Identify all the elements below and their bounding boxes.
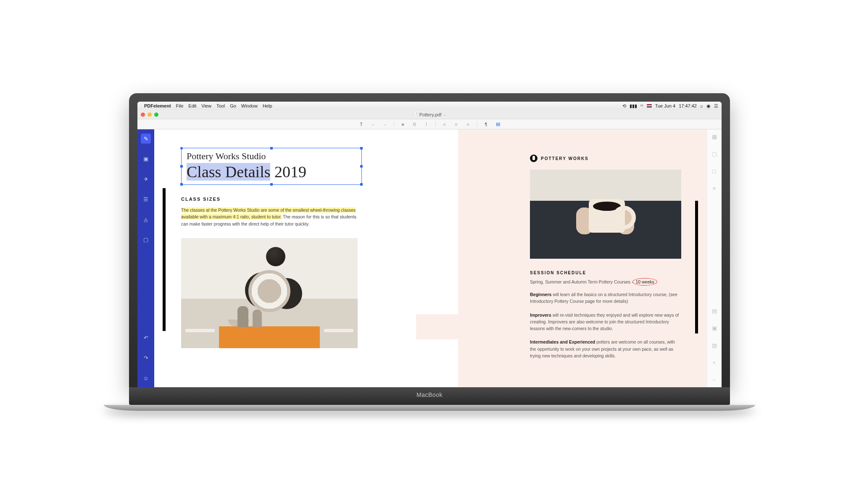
watermark-tool-icon[interactable]: ▢ [141, 234, 151, 244]
close-window-button[interactable] [141, 113, 145, 117]
undo-icon[interactable]: ↶ [141, 333, 151, 343]
wifi-icon[interactable]: ⌔ [640, 103, 643, 108]
input-source-flag-icon[interactable] [647, 104, 652, 108]
text-tool-icon[interactable]: T [358, 122, 364, 127]
session-schedule-block: SESSION SCHEDULE Spring, Summer and Autu… [530, 270, 681, 359]
window-controls [137, 113, 158, 117]
edit-tool-icon[interactable]: ✎ [141, 134, 151, 144]
mug-photo [530, 170, 681, 259]
menubar-time[interactable]: 17:47:42 [679, 103, 697, 108]
bold-button[interactable]: B [412, 122, 418, 127]
macos-menubar[interactable]: PDFelement File Edit View Tool Go Window… [137, 102, 722, 110]
redo-icon[interactable]: ↷ [141, 353, 151, 363]
italic-button[interactable]: I [424, 122, 430, 127]
screen-bezel: PDFelement File Edit View Tool Go Window… [129, 93, 730, 387]
align-center-button[interactable]: ≡ [453, 122, 459, 127]
window-titlebar: 📄 Pottery.pdf ⌄ [137, 110, 722, 119]
link-tool-icon[interactable]: ✈ [141, 174, 151, 184]
decorative-bar-left [163, 188, 166, 331]
screen: PDFelement File Edit View Tool Go Window… [137, 102, 722, 387]
align-left-button[interactable]: ≡ [442, 122, 448, 127]
level-improvers: Improvers will re-visit techniques they … [530, 312, 681, 332]
resize-handle[interactable] [360, 183, 363, 186]
battery-icon[interactable]: ▮▮▮ [630, 103, 637, 109]
left-toolbar: ✎ ▣ ✈ ☰ ◬ ▢ ↶ ↷ ☺ [137, 129, 154, 387]
level-label: Beginners [530, 292, 551, 297]
paragraph-mode-button[interactable]: ¶ [483, 122, 489, 127]
zoom-out-icon[interactable]: − [713, 377, 716, 383]
resize-handle[interactable] [180, 147, 183, 150]
brand-header: POTTERY WORKS [530, 155, 681, 162]
align-right-button[interactable]: ≡ [465, 122, 471, 127]
resize-handle[interactable] [270, 183, 273, 186]
form-tool-icon[interactable]: ☰ [141, 194, 151, 204]
siri-icon[interactable]: ◉ [706, 103, 711, 109]
title-text[interactable]: Class Details 2019 [187, 163, 356, 181]
photo-detail [324, 329, 353, 332]
line-mode-button[interactable]: ▤ [495, 121, 501, 127]
title-rest-text[interactable]: 2019 [270, 163, 306, 181]
page-right-column: POTTERY WORKS SESSION SCHEDULE Spring [530, 155, 681, 359]
text-edit-toolbar: T – – ■ B I ≡ ≡ ≡ ¶ ▤ [137, 119, 722, 129]
menubar-status-area: ⟲ ▮▮▮ ⌔ Tue Jun 4 17:47:42 ⌕ ◉ ☰ [622, 103, 718, 109]
laptop-hinge: MacBook [129, 387, 730, 405]
thumbnails-icon[interactable]: ▦ [712, 134, 717, 140]
title-selected-text[interactable]: Class Details [187, 163, 270, 181]
text-color-button[interactable]: ■ [400, 122, 406, 127]
titlebar-dropdown-icon[interactable]: ⌄ [443, 113, 446, 116]
schedule-heading: SESSION SCHEDULE [530, 270, 681, 275]
menu-tool[interactable]: Tool [216, 103, 225, 108]
menubar-date[interactable]: Tue Jun 4 [655, 103, 676, 108]
filename-label: Pottery.pdf [419, 112, 441, 117]
class-sizes-paragraph: The classes at the Pottery Works Studio … [181, 207, 362, 227]
crop-tool-icon[interactable]: ◬ [141, 214, 151, 224]
resize-handle[interactable] [180, 165, 183, 168]
level-intermediates: Intermediates and Experienced potters ar… [530, 339, 681, 359]
user-icon[interactable]: ☺ [141, 373, 151, 383]
font-family-dropdown[interactable]: – [370, 122, 376, 127]
resize-handle[interactable] [360, 165, 363, 168]
font-size-dropdown[interactable]: – [382, 122, 388, 127]
titlebar-title[interactable]: 📄 Pottery.pdf ⌄ [413, 112, 446, 117]
schedule-line: Spring, Summer and Autumn Term Pottery C… [530, 279, 681, 284]
app-name[interactable]: PDFelement [144, 103, 171, 108]
toolbar-separator [477, 121, 477, 127]
outline-icon[interactable]: ≡ [713, 185, 716, 192]
menu-view[interactable]: View [201, 103, 211, 108]
pdf-page: Pottery Works Studio Class Details 2019 … [154, 129, 706, 387]
ocr-icon[interactable]: ▧ [712, 342, 717, 349]
menu-file[interactable]: File [176, 103, 184, 108]
selected-text-box[interactable]: Pottery Works Studio Class Details 2019 [181, 148, 362, 185]
menu-help[interactable]: Help [263, 103, 272, 108]
document-canvas[interactable]: Pottery Works Studio Class Details 2019 … [154, 129, 706, 387]
page-left-column: Pottery Works Studio Class Details 2019 … [181, 148, 362, 348]
right-panel-toolbar: ▦ ▢ ◻ ≡ ▤ ▣ ▧ + − [706, 129, 722, 387]
toolbar-separator [394, 121, 394, 127]
menu-go[interactable]: Go [230, 103, 236, 108]
studio-name-text[interactable]: Pottery Works Studio [187, 151, 356, 162]
pottery-wheel-photo [181, 238, 358, 348]
zoom-in-icon[interactable]: + [713, 360, 716, 366]
app-body: ✎ ▣ ✈ ☰ ◬ ▢ ↶ ↷ ☺ [137, 129, 722, 387]
menu-edit[interactable]: Edit [188, 103, 196, 108]
pdf-file-icon: 📄 [413, 113, 418, 117]
brand-logo-icon [530, 155, 538, 162]
bookmark-icon[interactable]: ◻ [712, 168, 717, 174]
resize-handle[interactable] [360, 147, 363, 150]
menu-window[interactable]: Window [241, 103, 258, 108]
level-text: will re-visit techniques they enjoyed an… [530, 312, 679, 331]
resize-handle[interactable] [180, 183, 183, 186]
spotlight-icon[interactable]: ⌕ [700, 103, 703, 108]
page-icon[interactable]: ▢ [712, 151, 717, 157]
sync-icon[interactable]: ⟲ [622, 103, 626, 109]
image-tool-icon[interactable]: ▣ [141, 154, 151, 164]
level-beginners: Beginners will learn all the basics on a… [530, 291, 681, 305]
resize-handle[interactable] [270, 147, 273, 150]
comments-icon[interactable]: ▣ [712, 325, 717, 331]
photo-detail [185, 329, 215, 332]
control-center-icon[interactable]: ☰ [714, 103, 718, 109]
minimize-window-button[interactable] [148, 113, 152, 117]
attachment-icon[interactable]: ▤ [712, 308, 717, 314]
fullscreen-window-button[interactable] [154, 113, 158, 117]
laptop-mockup: PDFelement File Edit View Tool Go Window… [129, 93, 730, 411]
